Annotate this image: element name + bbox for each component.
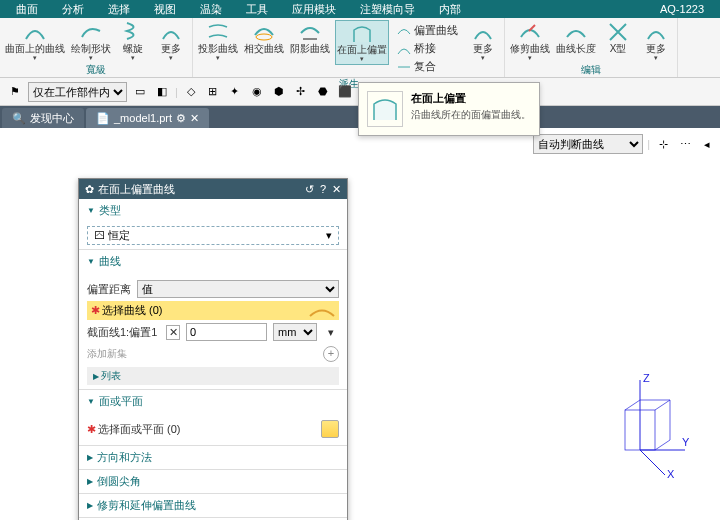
x-type-button[interactable]: X型 [601, 20, 635, 55]
tool-icon[interactable]: ⊹ [654, 135, 672, 153]
tooltip-desc: 沿曲线所在的面偏置曲线。 [411, 108, 531, 122]
intersect-curve-button[interactable]: 相交曲线 [243, 20, 285, 55]
gear-icon[interactable]: ✿ [85, 183, 94, 196]
tool-icon[interactable]: ⬛ [336, 83, 354, 101]
add-set-link[interactable]: 添加新集 [87, 347, 127, 361]
tooltip: 在面上偏置沿曲线所在的面偏置曲线。 [358, 82, 540, 136]
section-corner[interactable]: 倒圆尖角 [79, 470, 347, 493]
svg-text:X: X [667, 468, 675, 480]
menu-item[interactable]: 应用模块 [280, 2, 348, 17]
reset-icon[interactable]: ↺ [305, 183, 314, 196]
dialog-title: 在面上偏置曲线 [98, 182, 175, 197]
tool-icon[interactable]: ◉ [248, 83, 266, 101]
face-picker-icon[interactable] [321, 420, 339, 438]
curve-infer-select[interactable]: 自动判断曲线 [533, 134, 643, 154]
helix-button[interactable]: 螺旋▾ [116, 20, 150, 63]
tool-icon[interactable]: ⋯ [676, 135, 694, 153]
menu-item[interactable]: 内部 [427, 2, 473, 17]
tool-icon[interactable]: ◧ [153, 83, 171, 101]
draw-shape-button[interactable]: 绘制形状▾ [70, 20, 112, 63]
section-offset-label: 截面线1:偏置1 [87, 325, 160, 340]
ribbon: 曲面上的曲线▾ 绘制形状▾ 螺旋▾ 更多▾ 寬級 投影曲线▾ 相交曲线 阴影曲线… [0, 18, 720, 78]
shadow-curve-button[interactable]: 阴影曲线 [289, 20, 331, 55]
svg-line-9 [655, 400, 670, 410]
link-icon[interactable]: ▾ [323, 326, 339, 339]
help-icon[interactable]: ? [320, 183, 326, 196]
right-toolbar: 自动判断曲线 | ⊹ ⋯ ◂ [533, 134, 716, 154]
close-icon[interactable]: ✕ [332, 183, 341, 196]
tooltip-title: 在面上偏置 [411, 92, 466, 104]
close-icon[interactable]: ✕ [190, 112, 199, 125]
offset-on-face-button[interactable]: 在面上偏置▾ [335, 20, 389, 65]
add-icon[interactable]: + [323, 346, 339, 362]
section-type[interactable]: 类型 [79, 199, 347, 222]
distance-mode-select[interactable]: 值 [137, 280, 339, 298]
svg-line-5 [640, 450, 665, 475]
more-button[interactable]: 更多▾ [154, 20, 188, 63]
app-code: AQ-1223 [648, 3, 716, 15]
select-face-label[interactable]: 选择面或平面 (0) [98, 423, 181, 435]
tool-icon[interactable]: ▭ [131, 83, 149, 101]
tool-icon[interactable]: ⬣ [314, 83, 332, 101]
more-button[interactable]: 更多▾ [466, 20, 500, 63]
group-label: 寬級 [86, 63, 106, 77]
curve-on-surface-button[interactable]: 曲面上的曲线▾ [4, 20, 66, 63]
project-curve-button[interactable]: 投影曲线▾ [197, 20, 239, 63]
offset-curve-button[interactable]: 偏置曲线 [395, 22, 460, 39]
svg-line-8 [625, 400, 640, 410]
bridge-button[interactable]: 桥接 [395, 40, 460, 57]
offset-value-input[interactable] [186, 323, 267, 341]
tool-icon[interactable]: ◂ [698, 135, 716, 153]
unit-select[interactable]: mm [273, 323, 317, 341]
tool-icon[interactable]: ⊞ [204, 83, 222, 101]
tab-model1[interactable]: 📄_model1.prt⚙✕ [86, 108, 209, 128]
select-curve-label[interactable]: 选择曲线 (0) [102, 304, 163, 316]
scope-select[interactable]: 仅在工作部件内 [28, 82, 127, 102]
menu-item[interactable]: 工具 [234, 2, 280, 17]
menu-item[interactable]: 温染 [188, 2, 234, 17]
list-header[interactable]: 列表 [87, 367, 339, 385]
more-button[interactable]: 更多▾ [639, 20, 673, 63]
menu-item[interactable]: 选择 [96, 2, 142, 17]
coordinate-axes: Z Y X [610, 370, 690, 480]
close-icon[interactable]: ⚙ [176, 112, 186, 125]
tool-icon[interactable]: ✢ [292, 83, 310, 101]
composite-button[interactable]: 复合 [395, 58, 460, 75]
section-trim-extend[interactable]: 修剪和延伸偏置曲线 [79, 494, 347, 517]
clear-icon[interactable]: ✕ [166, 325, 180, 340]
svg-text:Z: Z [643, 372, 650, 384]
trim-curve-button[interactable]: 修剪曲线▾ [509, 20, 551, 63]
menu-item[interactable]: 曲面 [4, 2, 50, 17]
group-label: 编辑 [581, 63, 601, 77]
svg-text:Y: Y [682, 436, 690, 448]
svg-line-10 [655, 440, 670, 450]
tool-icon[interactable]: ⬢ [270, 83, 288, 101]
offset-dialog: ✿在面上偏置曲线 ↺?✕ 类型 ⮹▾ 曲线 偏置距离值 ✱选择曲线 (0) 截面… [78, 178, 348, 520]
menu-item[interactable]: 分析 [50, 2, 96, 17]
section-curve[interactable]: 曲线 [79, 250, 347, 273]
dropdown-icon[interactable]: ▾ [322, 229, 336, 242]
curve-length-button[interactable]: 曲线长度 [555, 20, 597, 55]
svg-point-0 [256, 34, 272, 40]
offset-on-face-icon [367, 91, 403, 127]
tab-discovery[interactable]: 🔍发现中心 [2, 108, 84, 128]
tool-icon[interactable]: ✦ [226, 83, 244, 101]
menubar: 曲面 分析 选择 视图 温染 工具 应用模块 注塑模向导 内部 AQ-1223 [0, 0, 720, 18]
curve-preview-icon[interactable] [309, 304, 335, 318]
menu-item[interactable]: 视图 [142, 2, 188, 17]
menu-item[interactable]: 注塑模向导 [348, 2, 427, 17]
section-face[interactable]: 面或平面 [79, 390, 347, 413]
filter-icon[interactable]: ⚑ [6, 83, 24, 101]
tool-icon[interactable]: ◇ [182, 83, 200, 101]
section-direction[interactable]: 方向和方法 [79, 446, 347, 469]
distance-label: 偏置距离 [87, 282, 131, 297]
type-input[interactable] [108, 229, 322, 242]
